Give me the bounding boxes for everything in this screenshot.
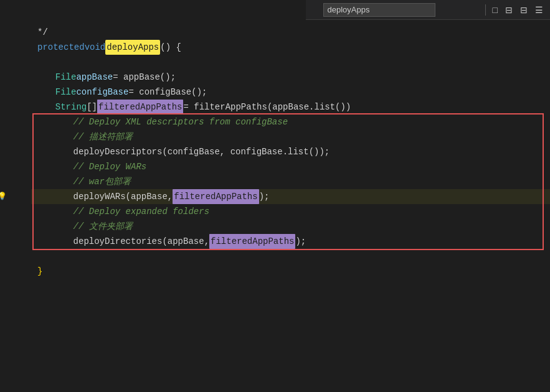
editor: 💡 */protected void deployApps() {File ap… bbox=[0, 20, 550, 392]
token-plain: deployWARs(appBase, bbox=[73, 189, 173, 204]
prev-match-button[interactable] bbox=[469, 9, 473, 11]
toggle2-button[interactable]: ⊟ bbox=[503, 4, 514, 16]
token-var: configBase bbox=[76, 85, 128, 100]
code-line: } bbox=[31, 264, 550, 279]
code-line: File appBase = appBase(); bbox=[31, 70, 550, 85]
token-kw: void bbox=[85, 40, 106, 55]
line-number bbox=[0, 204, 25, 219]
divider bbox=[485, 4, 486, 16]
token-comment-cn: // 文件夹部署 bbox=[73, 219, 133, 234]
highlighted-var: filteredAppPaths bbox=[97, 100, 183, 114]
token-plain: = configBase(); bbox=[128, 85, 207, 100]
token-comment: // Deploy WARs bbox=[73, 159, 147, 174]
line-number bbox=[0, 55, 25, 70]
line-number bbox=[0, 249, 25, 264]
code-line: // Deploy WARs bbox=[31, 159, 550, 174]
line-number bbox=[0, 234, 25, 249]
refresh-button[interactable] bbox=[315, 9, 320, 11]
line-number bbox=[0, 129, 25, 144]
token-type: String bbox=[55, 100, 87, 114]
line-number bbox=[0, 219, 25, 234]
code-line: // Deploy XML descriptors from configBas… bbox=[31, 114, 550, 129]
token-paren: () { bbox=[160, 40, 181, 55]
code-line: // 文件夹部署 bbox=[31, 219, 550, 234]
line-number bbox=[0, 85, 25, 100]
token-kw: protected bbox=[37, 40, 85, 55]
code-line: String[] filteredAppPaths = filterAppPat… bbox=[31, 100, 550, 114]
line-number bbox=[0, 159, 25, 174]
toggle4-button[interactable]: ☰ bbox=[533, 4, 545, 16]
code-line: */ bbox=[31, 25, 550, 40]
token-plain: [] bbox=[87, 100, 97, 114]
case-button[interactable] bbox=[439, 9, 444, 11]
token-comment-cn: // war包部署 bbox=[73, 174, 131, 189]
line-number bbox=[0, 100, 25, 114]
highlighted-var: filteredAppPaths bbox=[173, 189, 258, 204]
code-content[interactable]: */protected void deployApps() {File appB… bbox=[31, 20, 550, 392]
highlighted-var: filteredAppPaths bbox=[209, 234, 295, 249]
whole-word-button[interactable] bbox=[448, 9, 453, 11]
code-line: // 描述符部署 bbox=[31, 129, 550, 144]
code-line: deployDescriptors(configBase, configBase… bbox=[31, 144, 550, 159]
token-plain: ); bbox=[259, 189, 270, 204]
code-line: // Deploy expanded folders bbox=[31, 204, 550, 219]
code-line: protected void deployApps() { bbox=[31, 40, 550, 55]
code-line: deployWARs(appBase, filteredAppPaths); bbox=[31, 189, 550, 204]
search-input[interactable] bbox=[323, 3, 435, 17]
toggle3-button[interactable]: ⊟ bbox=[518, 4, 529, 16]
toggle1-button[interactable]: □ bbox=[491, 4, 500, 16]
token-type: File bbox=[55, 70, 77, 85]
token-plain: ); bbox=[295, 234, 306, 249]
token-plain: = appBase(); bbox=[113, 70, 176, 85]
token-comment: // Deploy expanded folders bbox=[73, 204, 209, 219]
token-plain: deployDirectories(appBase, bbox=[73, 234, 209, 249]
code-line bbox=[31, 249, 550, 264]
token-plain: = filterAppPaths(appBase.list()) bbox=[183, 100, 351, 114]
token-bracket: } bbox=[37, 264, 42, 279]
line-number bbox=[0, 174, 25, 189]
line-number bbox=[0, 144, 25, 159]
token-comment-cn: // 描述符部署 bbox=[73, 129, 133, 144]
line-number bbox=[0, 25, 25, 40]
search-bar: □ ⊟ ⊟ ☰ bbox=[306, 0, 550, 20]
token-comment: // Deploy XML descriptors from configBas… bbox=[73, 114, 288, 129]
line-number: 💡 bbox=[0, 189, 25, 204]
code-line bbox=[31, 55, 550, 70]
next-match-button[interactable] bbox=[477, 9, 480, 11]
regex-button[interactable] bbox=[457, 9, 462, 11]
token-var: appBase bbox=[76, 70, 113, 85]
line-numbers: 💡 bbox=[0, 20, 31, 392]
code-line: File configBase = configBase(); bbox=[31, 85, 550, 100]
code-line: // war包部署 bbox=[31, 174, 550, 189]
line-number bbox=[0, 70, 25, 85]
token-plain: */ bbox=[37, 25, 48, 40]
highlighted-match: deployApps bbox=[105, 40, 160, 55]
line-number bbox=[0, 264, 25, 279]
code-line: deployDirectories(appBase, filteredAppPa… bbox=[31, 234, 550, 249]
token-plain: deployDescriptors(configBase, configBase… bbox=[73, 144, 330, 159]
line-number bbox=[0, 40, 25, 55]
token-type: File bbox=[55, 85, 77, 100]
line-number bbox=[0, 114, 25, 129]
